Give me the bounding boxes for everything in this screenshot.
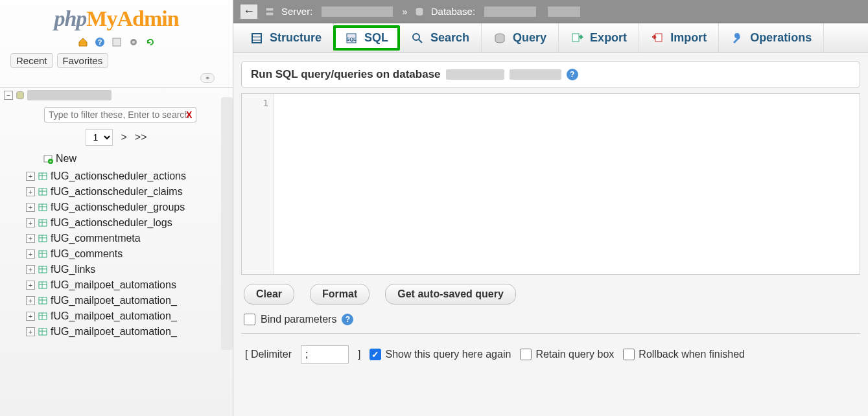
db-name-redacted[interactable] — [484, 6, 536, 17]
format-button[interactable]: Format — [310, 284, 369, 305]
table-open-icon[interactable] — [38, 327, 48, 337]
clear-button[interactable]: Clear — [244, 284, 294, 305]
tab-operations[interactable]: Operations — [719, 23, 824, 52]
reload-icon[interactable] — [145, 36, 156, 48]
tab-query[interactable]: Query — [482, 23, 559, 52]
filter-input[interactable] — [44, 107, 196, 122]
table-row[interactable]: +fUG_links — [26, 262, 233, 277]
bind-parameters-row: Bind parameters ? — [241, 311, 860, 334]
help-icon[interactable]: ? — [342, 314, 353, 325]
svg-rect-43 — [266, 12, 274, 16]
db-header-row[interactable]: − — [0, 87, 233, 103]
tab-label: Export — [590, 31, 627, 45]
svg-text:?: ? — [97, 38, 102, 46]
sql-editor[interactable]: 1 — [241, 93, 860, 275]
table-open-icon[interactable] — [38, 187, 48, 197]
collapse-icon[interactable]: − — [4, 91, 13, 100]
svg-rect-18 — [39, 220, 47, 226]
bind-checkbox[interactable] — [244, 314, 255, 325]
sidebar-scrollbar[interactable] — [221, 97, 233, 350]
favorites-tab[interactable]: Favorites — [57, 53, 109, 68]
table-row[interactable]: +fUG_actionscheduler_actions — [26, 168, 233, 184]
tab-search[interactable]: Search — [399, 23, 482, 52]
table-row[interactable]: +fUG_mailpoet_automation_ — [26, 308, 233, 324]
expand-icon[interactable]: + — [26, 249, 35, 259]
expand-icon[interactable]: + — [26, 281, 35, 290]
db-name-redacted — [446, 69, 504, 80]
table-open-icon[interactable] — [38, 171, 48, 181]
back-button[interactable]: ← — [240, 4, 258, 19]
help-icon[interactable]: ? — [567, 69, 578, 80]
svg-rect-15 — [39, 204, 47, 211]
db-name-redacted-2[interactable] — [548, 6, 580, 17]
table-row[interactable]: +fUG_comments — [26, 246, 233, 262]
tab-label: Operations — [750, 31, 812, 45]
wrench-icon — [731, 32, 744, 45]
link-icon[interactable]: ⚭ — [200, 73, 215, 83]
svg-line-51 — [419, 40, 422, 43]
expand-icon[interactable]: + — [26, 234, 35, 243]
page-next-button[interactable]: > — [121, 132, 126, 143]
table-open-icon[interactable] — [38, 233, 48, 244]
expand-icon[interactable]: + — [26, 172, 35, 181]
table-open-icon[interactable] — [38, 218, 48, 228]
expand-icon[interactable]: + — [26, 218, 35, 227]
tab-export[interactable]: Export — [559, 23, 639, 52]
editor-body[interactable] — [274, 94, 860, 274]
svg-point-50 — [413, 34, 419, 40]
svg-point-4 — [132, 41, 135, 43]
table-row[interactable]: +fUG_actionscheduler_claims — [26, 184, 233, 200]
sql-icon[interactable] — [111, 36, 123, 48]
table-open-icon[interactable] — [38, 295, 48, 306]
expand-icon[interactable]: + — [26, 187, 35, 196]
table-row[interactable]: +fUG_mailpoet_automation_ — [26, 293, 233, 308]
database-icon — [414, 6, 425, 17]
filter-clear-icon[interactable]: X — [186, 110, 192, 120]
line-number: 1 — [263, 98, 268, 108]
new-table-link[interactable]: + New — [26, 151, 233, 168]
tab-import[interactable]: Import — [639, 23, 719, 52]
tab-label: Search — [430, 31, 469, 45]
table-list: + New +fUG_actionscheduler_actions +fUG_… — [0, 151, 233, 340]
export-icon — [570, 32, 583, 45]
table-open-icon[interactable] — [38, 311, 48, 321]
rollback-checkbox[interactable] — [623, 349, 635, 360]
help-icon[interactable]: ? — [94, 36, 106, 48]
retain-checkbox[interactable] — [520, 349, 532, 360]
page-select[interactable]: 1 — [86, 129, 113, 146]
svg-rect-9 — [39, 173, 47, 179]
server-name-redacted[interactable] — [322, 6, 393, 17]
table-row[interactable]: +fUG_mailpoet_automations — [26, 277, 233, 293]
new-icon: + — [43, 154, 53, 164]
table-row[interactable]: +fUG_actionscheduler_groups — [26, 200, 233, 215]
expand-icon[interactable]: + — [26, 296, 35, 305]
delimiter-input[interactable] — [301, 345, 349, 364]
sidebar-toolbar: ? — [0, 35, 233, 53]
show-again-checkbox[interactable]: ✓ — [369, 349, 381, 360]
expand-icon[interactable]: + — [26, 327, 35, 336]
tab-bar: Structure SQL SQL Search Query Export Im… — [233, 23, 868, 53]
new-label: New — [56, 153, 76, 165]
database-label: Database: — [431, 6, 475, 17]
page-last-button[interactable]: >> — [135, 132, 147, 143]
sql-content: Run SQL query/queries on database ? 1 Cl… — [233, 53, 868, 416]
recent-tab[interactable]: Recent — [10, 53, 53, 68]
table-open-icon[interactable] — [38, 264, 48, 275]
gear-icon[interactable] — [128, 36, 139, 48]
tab-sql[interactable]: SQL SQL — [333, 25, 400, 51]
tab-structure[interactable]: Structure — [239, 23, 334, 52]
editor-button-row: Clear Format Get auto-saved query — [241, 275, 860, 311]
autosave-button[interactable]: Get auto-saved query — [385, 284, 516, 305]
logo[interactable]: phpMyAdmin — [0, 0, 233, 35]
home-icon[interactable] — [77, 36, 89, 48]
table-row[interactable]: +fUG_commentmeta — [26, 231, 233, 246]
expand-icon[interactable]: + — [26, 312, 35, 321]
expand-icon[interactable]: + — [26, 265, 35, 274]
table-open-icon[interactable] — [38, 249, 48, 259]
table-open-icon[interactable] — [38, 280, 48, 290]
expand-icon[interactable]: + — [26, 203, 35, 212]
table-row[interactable]: +fUG_mailpoet_automation_ — [26, 324, 233, 340]
table-row[interactable]: +fUG_actionscheduler_logs — [26, 215, 233, 231]
table-open-icon[interactable] — [38, 202, 48, 213]
show-again-label: Show this query here again — [385, 349, 511, 360]
